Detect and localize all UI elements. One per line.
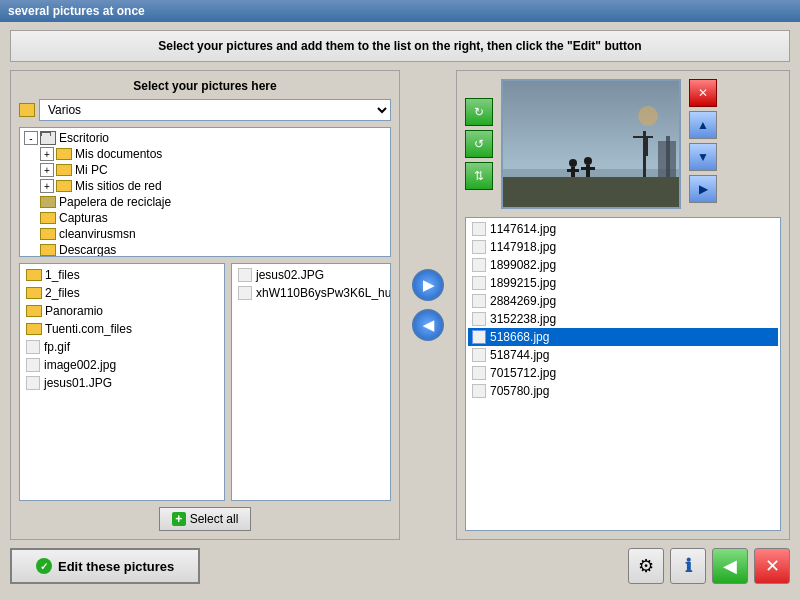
folder-icon-2files: [26, 287, 42, 299]
main-content: Select your pictures here Varios - Escri…: [10, 70, 790, 540]
settings-button[interactable]: ⚙: [628, 548, 664, 584]
tree-item-papelera[interactable]: Papelera de reciclaje: [22, 194, 388, 210]
file-grid-col1[interactable]: 1_files 2_files Panoramio Tuenti.com_fil…: [19, 263, 225, 501]
add-to-list-button[interactable]: ▶: [412, 269, 444, 301]
remove-image-button[interactable]: ✕: [689, 79, 717, 107]
folder-icon-panoramio: [26, 305, 42, 317]
folder-icon-mis-sitios: [56, 180, 72, 192]
remove-from-list-button[interactable]: ◀: [412, 309, 444, 341]
folder-icon-escritorio: [40, 131, 56, 145]
file-icon-r9: [472, 366, 486, 380]
file-icon-fpgif: [26, 340, 40, 354]
tree-label-capturas: Capturas: [59, 211, 108, 225]
rotate-right-button[interactable]: ↻: [465, 98, 493, 126]
file-item-tuenti[interactable]: Tuenti.com_files: [22, 320, 222, 338]
tree-label-mi-pc: Mi PC: [75, 163, 108, 177]
tree-item-mi-pc[interactable]: + Mi PC: [22, 162, 388, 178]
right-file-item-10[interactable]: 705780.jpg: [468, 382, 778, 400]
select-all-button[interactable]: + Select all: [159, 507, 252, 531]
left-panel: Select your pictures here Varios - Escri…: [10, 70, 400, 540]
next-button[interactable]: ▶: [689, 175, 717, 203]
folder-icon: [19, 103, 35, 117]
folder-icon-mis-documentos: [56, 148, 72, 160]
svg-rect-9: [643, 131, 646, 186]
tree-label-cleanvirusmsn: cleanvirusmsn: [59, 227, 136, 241]
bottom-right-buttons: ⚙ ℹ ◀ ✕: [628, 548, 790, 584]
info-button[interactable]: ℹ: [670, 548, 706, 584]
tree-expand-escritorio[interactable]: -: [24, 131, 38, 145]
file-icon-image002: [26, 358, 40, 372]
right-file-item-2[interactable]: 1147918.jpg: [468, 238, 778, 256]
file-item-1files[interactable]: 1_files: [22, 266, 222, 284]
tree-item-mis-sitios[interactable]: + Mis sitios de red: [22, 178, 388, 194]
file-item-jesus01[interactable]: jesus01.JPG: [22, 374, 222, 392]
svg-rect-10: [633, 136, 653, 138]
right-file-item-6[interactable]: 3152238.jpg: [468, 310, 778, 328]
right-file-item-3[interactable]: 1899082.jpg: [468, 256, 778, 274]
edit-pictures-button[interactable]: ✓ Edit these pictures: [10, 548, 200, 584]
move-up-button[interactable]: ▲: [689, 111, 717, 139]
right-file-item-7[interactable]: 518668.jpg: [468, 328, 778, 346]
back-button[interactable]: ◀: [712, 548, 748, 584]
svg-point-6: [584, 157, 592, 165]
folder-icon-mi-pc: [56, 164, 72, 176]
tree-item-escritorio[interactable]: - Escritorio: [22, 130, 388, 146]
tree-item-mis-documentos[interactable]: + Mis documentos: [22, 146, 388, 162]
right-image-controls: ✕ ▲ ▼ ▶: [689, 79, 717, 209]
bottom-left-area: + Select all: [19, 507, 391, 531]
svg-rect-11: [646, 136, 648, 156]
tree-item-capturas[interactable]: Capturas: [22, 210, 388, 226]
tree-expand-mis-sitios[interactable]: +: [40, 179, 54, 193]
file-icon-r7: [472, 330, 486, 344]
instruction-bar: Select your pictures and add them to the…: [10, 30, 790, 62]
svg-rect-0: [503, 81, 681, 209]
folder-dropdown[interactable]: Varios: [39, 99, 391, 121]
file-icon-r4: [472, 276, 486, 290]
file-item-image002[interactable]: image002.jpg: [22, 356, 222, 374]
flip-button[interactable]: ⇅: [465, 162, 493, 190]
right-top-area: ↻ ↺ ⇅: [465, 79, 781, 209]
svg-rect-5: [567, 169, 579, 172]
tree-item-cleanvirusmsn[interactable]: cleanvirusmsn: [22, 226, 388, 242]
file-item-fpgif[interactable]: fp.gif: [22, 338, 222, 356]
close-button[interactable]: ✕: [754, 548, 790, 584]
file-item-jesus02[interactable]: jesus02.JPG: [234, 266, 388, 284]
right-file-item-8[interactable]: 518744.jpg: [468, 346, 778, 364]
transfer-buttons-area: ▶ ◀: [408, 70, 448, 540]
right-file-item-9[interactable]: 7015712.jpg: [468, 364, 778, 382]
preview-area: [501, 79, 681, 209]
folder-icon-papelera: [40, 196, 56, 208]
bottom-bar: ✓ Edit these pictures ⚙ ℹ ◀ ✕: [0, 540, 800, 592]
right-file-list[interactable]: 1147614.jpg 1147918.jpg 1899082.jpg 1899…: [465, 217, 781, 531]
file-icon-r10: [472, 384, 486, 398]
svg-point-14: [638, 106, 658, 126]
tree-label-mis-sitios: Mis sitios de red: [75, 179, 162, 193]
right-file-item-1[interactable]: 1147614.jpg: [468, 220, 778, 238]
select-all-label: Select all: [190, 512, 239, 526]
right-file-item-5[interactable]: 2884269.jpg: [468, 292, 778, 310]
file-item-2files[interactable]: 2_files: [22, 284, 222, 302]
folder-select-row: Varios: [19, 99, 391, 121]
svg-rect-1: [503, 169, 681, 189]
rotation-controls: ↻ ↺ ⇅: [465, 79, 493, 209]
tree-expand-mis-documentos[interactable]: +: [40, 147, 54, 161]
tree-item-descargas[interactable]: Descargas: [22, 242, 388, 257]
file-icon-xhw: [238, 286, 252, 300]
file-grid-col2[interactable]: jesus02.JPG xhW110B6ysPw3K6L_hu.jpg: [231, 263, 391, 501]
folder-icon-descargas: [40, 244, 56, 256]
beach-scene: [503, 81, 679, 207]
right-file-item-4[interactable]: 1899215.jpg: [468, 274, 778, 292]
file-list-container: 1_files 2_files Panoramio Tuenti.com_fil…: [19, 263, 391, 501]
file-icon-r1: [472, 222, 486, 236]
tree-view[interactable]: - Escritorio + Mis documentos + Mi PC +: [19, 127, 391, 257]
remove-arrow-icon: ◀: [423, 317, 434, 333]
file-item-xhw[interactable]: xhW110B6ysPw3K6L_hu.jpg: [234, 284, 388, 302]
file-icon-r5: [472, 294, 486, 308]
tree-expand-mi-pc[interactable]: +: [40, 163, 54, 177]
rotate-left-button[interactable]: ↺: [465, 130, 493, 158]
file-item-panoramio[interactable]: Panoramio: [22, 302, 222, 320]
file-icon-r6: [472, 312, 486, 326]
move-down-button[interactable]: ▼: [689, 143, 717, 171]
tree-label-mis-documentos: Mis documentos: [75, 147, 162, 161]
edit-label: Edit these pictures: [58, 559, 174, 574]
